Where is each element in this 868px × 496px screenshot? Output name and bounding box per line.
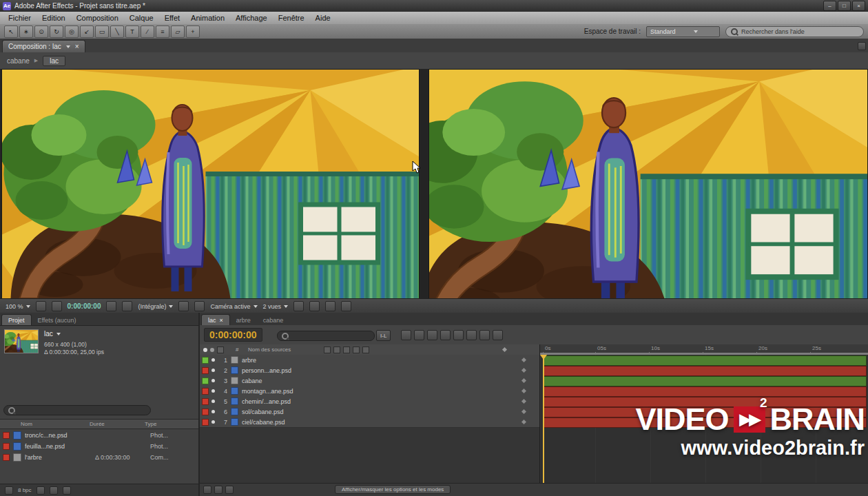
composition-view-right[interactable] [428, 69, 868, 299]
label-color-chip[interactable] [3, 443, 10, 450]
transparency-grid-icon[interactable] [194, 301, 205, 311]
label-color-chip[interactable] [202, 409, 209, 415]
color-depth-label[interactable]: 8 bpc [18, 487, 32, 493]
hand-tool-icon[interactable]: ∗ [19, 25, 33, 38]
parent-pickwhip-icon[interactable] [521, 358, 526, 362]
column-nom[interactable]: Nom [0, 421, 90, 427]
zoom-tool-icon[interactable]: ⊙ [34, 25, 48, 38]
menu-edition[interactable]: Edition [37, 14, 71, 22]
timeline-tab-arbre[interactable]: arbre [230, 315, 257, 325]
layer-row[interactable]: 2 personn...ane.psd [200, 365, 539, 376]
panel-menu-icon[interactable] [858, 42, 866, 50]
layer-duration-bar[interactable] [544, 366, 867, 376]
menu-composition[interactable]: Composition [71, 14, 124, 22]
menu-fichier[interactable]: Fichier [3, 14, 37, 22]
grid-options-icon[interactable] [36, 301, 46, 311]
label-color-chip[interactable] [202, 367, 209, 374]
label-color-chip[interactable] [202, 357, 209, 364]
eye-icon[interactable] [211, 358, 215, 362]
graph-editor-icon[interactable] [493, 330, 503, 340]
menu-affichage[interactable]: Affichage [230, 14, 273, 22]
help-search-input[interactable]: Rechercher dans l'aide [725, 26, 864, 37]
eye-icon[interactable] [211, 420, 215, 424]
menu-calque[interactable]: Calque [124, 14, 159, 22]
viewer-timecode[interactable]: 0:00:00:00 [68, 302, 101, 310]
rotation-tool-icon[interactable]: ↻ [50, 25, 63, 38]
project-item-row[interactable]: feuilla...ne.psd Phot... [0, 441, 198, 451]
text-tool-icon[interactable]: T [125, 25, 139, 38]
eye-icon[interactable] [211, 369, 215, 372]
puppet-tool-icon[interactable]: + [186, 25, 200, 38]
flowchart-button-icon[interactable] [341, 301, 351, 311]
parent-pickwhip-icon[interactable] [521, 368, 526, 373]
interpret-footage-icon[interactable] [5, 486, 13, 495]
brainstorm-icon[interactable] [466, 330, 477, 340]
menu-fenetre[interactable]: Fenêtre [273, 14, 310, 22]
expand-in-out-icon[interactable] [225, 486, 234, 494]
mask-tool-icon[interactable]: ▭ [95, 25, 109, 38]
layer-row[interactable]: 4 montagn...ane.psd [200, 386, 539, 397]
tab-projet[interactable]: Projet [1, 314, 32, 325]
layer-row[interactable]: 1 arbre [200, 355, 539, 366]
eye-icon[interactable] [211, 379, 215, 382]
parent-pickwhip-icon[interactable] [521, 409, 526, 414]
auto-keyframe-icon[interactable] [479, 330, 490, 340]
quality-switch-icon[interactable] [324, 347, 331, 353]
source-name-column[interactable]: Nom des sources [248, 347, 291, 353]
tab-close-icon[interactable]: × [75, 43, 79, 50]
label-color-chip[interactable] [202, 388, 209, 395]
selection-tool-icon[interactable]: ↖ [4, 25, 18, 38]
parent-pickwhip-icon[interactable] [521, 389, 526, 393]
in-out-column-icon[interactable] [502, 347, 507, 352]
composition-view-left[interactable] [1, 69, 420, 299]
maximize-button[interactable]: □ [838, 1, 851, 11]
layer-row[interactable]: 7 ciel/cabane.psd [200, 417, 539, 428]
timeline-tab-lac[interactable]: lac × [201, 314, 230, 325]
breadcrumb-lac[interactable]: lac [43, 56, 65, 66]
current-time-display[interactable]: 0:00:00:00 [204, 328, 262, 342]
column-duree[interactable]: Durée [90, 421, 145, 427]
label-color-chip[interactable] [202, 398, 209, 405]
new-composition-icon[interactable] [50, 486, 58, 495]
layer-duration-bar[interactable] [544, 355, 867, 366]
close-button[interactable]: × [852, 1, 865, 11]
camera-select[interactable]: Caméra active [210, 303, 257, 310]
project-search-input[interactable] [3, 405, 151, 415]
timeline-button-icon[interactable] [325, 301, 335, 311]
new-folder-icon[interactable] [37, 486, 45, 495]
toggle-switches-modes-button[interactable]: Afficher/masquer les options et les mode… [335, 485, 451, 494]
frame-blend-switch-icon[interactable] [343, 347, 350, 353]
layer-row[interactable]: 5 chemin/...ane.psd [200, 396, 539, 407]
fast-preview-icon[interactable] [309, 301, 320, 311]
minimize-button[interactable]: – [823, 1, 836, 11]
camera-tool-icon[interactable]: ◎ [65, 25, 79, 38]
effects-switch-icon[interactable] [333, 347, 340, 353]
motion-blur-icon[interactable] [453, 330, 464, 340]
audio-column-icon[interactable] [210, 348, 214, 352]
eraser-tool-icon[interactable]: ▱ [171, 25, 185, 38]
project-item-row[interactable]: l'arbre Δ 0:00:30:00 Com... [0, 452, 198, 462]
workspace-select[interactable]: Standard [646, 26, 720, 37]
in-out-button[interactable]: I-L [376, 330, 391, 341]
hide-shy-layers-icon[interactable] [427, 330, 437, 340]
selected-item-name[interactable]: lac [44, 329, 53, 339]
trash-icon[interactable] [63, 486, 71, 495]
eye-icon[interactable] [211, 400, 215, 403]
pixel-aspect-correction-icon[interactable] [293, 301, 304, 311]
menu-animation[interactable]: Animation [185, 14, 230, 22]
eye-icon[interactable] [211, 389, 215, 393]
brush-tool-icon[interactable]: ∕ [141, 25, 154, 38]
draft-3d-icon[interactable] [414, 330, 424, 340]
eye-icon[interactable] [211, 410, 215, 413]
parent-pickwhip-icon[interactable] [521, 378, 526, 383]
parent-pickwhip-icon[interactable] [521, 399, 526, 404]
resolution-select[interactable]: (Intégrale) [138, 303, 173, 310]
expand-layer-switches-icon[interactable] [203, 486, 211, 494]
timeline-search-input[interactable] [277, 331, 375, 341]
column-type[interactable]: Type [145, 421, 198, 427]
lock-column-icon[interactable] [217, 347, 224, 353]
show-channel-icon[interactable] [122, 301, 132, 311]
video-column-icon[interactable] [203, 348, 207, 352]
layer-duration-bar[interactable] [544, 376, 867, 386]
menu-aide[interactable]: Aide [310, 14, 336, 22]
